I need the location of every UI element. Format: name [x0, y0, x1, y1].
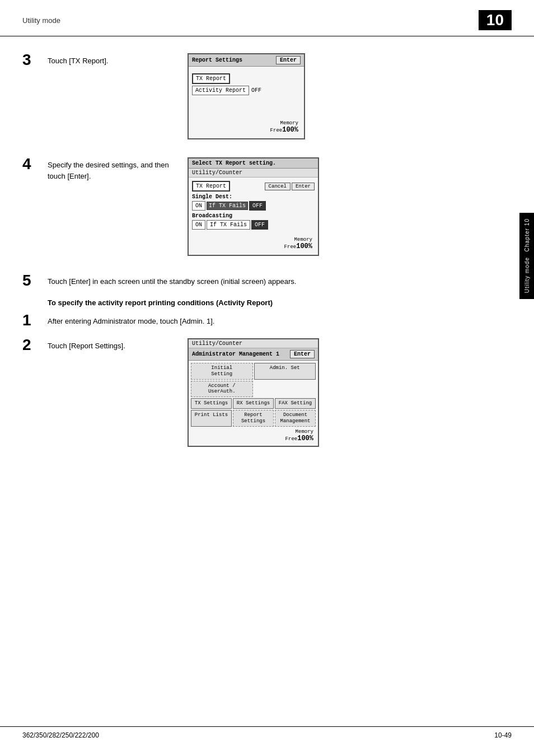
page-footer: 362/350/282/250/222/200 10-49	[0, 726, 534, 739]
right-tab-chapter: Chapter 10	[524, 218, 530, 251]
single-dest-on[interactable]: ON	[192, 201, 205, 211]
utility-mode-label: Utility mode	[22, 16, 60, 25]
activity-report-item[interactable]: Activity Report	[192, 86, 249, 95]
step4-main-title: Select TX Report setting.	[189, 158, 318, 169]
activity-step-1-section: 1 After entering Administrator mode, tou…	[22, 314, 512, 329]
step3-memory: MemoryFree100%	[192, 119, 301, 135]
fax-setting-btn[interactable]: FAX Setting	[275, 398, 316, 409]
admin-set-btn[interactable]: Admin. Set	[254, 363, 316, 380]
step-4-screen: Select TX Report setting. Utility/Counte…	[188, 157, 319, 256]
step3-tx-report-row: TX Report	[192, 73, 301, 84]
main-content: 3 Touch [TX Report]. Report Settings Ent…	[0, 48, 534, 487]
tx-report-item[interactable]: TX Report	[192, 73, 230, 84]
activity-report-value: OFF	[251, 87, 261, 94]
admin-row3: TX Settings RX Settings FAX Setting	[191, 398, 316, 409]
step4-tx-report-row: TX Report Cancel Enter	[192, 181, 315, 192]
step3-activity-row: Activity Report OFF	[192, 86, 301, 95]
single-dest-label: Single Dest:	[192, 194, 315, 200]
footer-model: 362/350/282/250/222/200	[22, 731, 99, 739]
activity-step-1-number: 1	[22, 311, 48, 329]
step-4-section: 4 Specify the desired settings, and then…	[22, 157, 512, 256]
broadcasting-iftxfails[interactable]: If TX Fails	[207, 220, 250, 230]
admin-title-text: Administrator Management 1	[192, 351, 279, 357]
step-5-section: 5 Touch [Enter] in each screen until the…	[22, 274, 512, 290]
broadcasting-row: ON If TX Fails OFF	[192, 220, 315, 230]
empty-cell	[254, 381, 316, 398]
right-sidebar-tab: Chapter 10 Utility mode	[519, 213, 534, 299]
admin-enter-btn[interactable]: Enter	[290, 350, 315, 358]
step4-enter-btn[interactable]: Enter	[292, 183, 315, 190]
document-management-btn[interactable]: DocumentManagement	[275, 410, 316, 427]
admin-body: InitialSetting Admin. Set Account /UserA…	[189, 361, 318, 446]
tx-settings-btn[interactable]: TX Settings	[191, 398, 232, 409]
admin-title-bar: Administrator Management 1 Enter	[189, 348, 318, 361]
step-3-section: 3 Touch [TX Report]. Report Settings Ent…	[22, 53, 512, 139]
step-3-number: 3	[22, 51, 48, 69]
step3-enter-btn[interactable]: Enter	[276, 56, 301, 64]
step-5-text: Touch [Enter] in each screen until the s…	[48, 274, 512, 287]
activity-step-2-text: Touch [Report Settings].	[48, 338, 176, 352]
footer-page: 10-49	[494, 731, 512, 739]
broadcasting-off[interactable]: OFF	[251, 220, 268, 230]
initial-setting-btn[interactable]: InitialSetting	[191, 363, 253, 380]
step-4-number: 4	[22, 155, 48, 173]
step3-screen-title: Report Settings	[192, 57, 242, 63]
step4-subtitle: Utility/Counter	[189, 169, 318, 178]
activity-report-heading: To specify the activity report printing …	[48, 298, 512, 307]
admin-row1: InitialSetting Admin. Set	[191, 363, 316, 380]
rx-settings-btn[interactable]: RX Settings	[233, 398, 274, 409]
admin-row4: Print Lists ReportSettings DocumentManag…	[191, 410, 316, 427]
step4-buttons: Cancel Enter	[265, 183, 315, 190]
broadcasting-label: Broadcasting	[192, 213, 315, 219]
step-3-image: Report Settings Enter TX Report Activity…	[188, 53, 305, 139]
print-lists-btn[interactable]: Print Lists	[191, 410, 232, 427]
step3-screen-body: TX Report Activity Report OFF MemoryFree…	[189, 67, 304, 138]
step-5-number: 5	[22, 272, 48, 290]
page-header: Utility mode 10	[0, 0, 534, 36]
single-dest-off[interactable]: OFF	[249, 201, 266, 211]
step4-memory: MemoryFree100%	[192, 236, 315, 251]
step-4-text: Specify the desired settings, and then t…	[48, 157, 176, 181]
step4-cancel-btn[interactable]: Cancel	[265, 183, 291, 190]
page-container: Utility mode 10 Chapter 10 Utility mode …	[0, 0, 534, 756]
right-tab-utility: Utility mode	[524, 257, 530, 293]
admin-row2: Account /UserAuth.	[191, 381, 316, 398]
step-4-image: Select TX Report setting. Utility/Counte…	[188, 157, 319, 256]
activity-step-2-section: 2 Touch [Report Settings]. Utility/Count…	[22, 338, 512, 447]
step3-title-bar: Report Settings Enter	[189, 54, 304, 67]
admin-subtitle: Utility/Counter	[189, 339, 318, 348]
single-dest-row: ON If TX Fails OFF	[192, 201, 315, 211]
activity-step-2-number: 2	[22, 336, 48, 354]
step-3-screen: Report Settings Enter TX Report Activity…	[188, 53, 305, 139]
account-userauth-btn[interactable]: Account /UserAuth.	[191, 381, 253, 398]
single-dest-iftxfails[interactable]: If TX Fails	[207, 202, 248, 210]
activity-step-1-text: After entering Administrator mode, touch…	[48, 314, 512, 327]
chapter-number-badge: 10	[479, 10, 512, 30]
step4-body: TX Report Cancel Enter Single Dest: ON I…	[189, 178, 318, 255]
step4-tx-report-box[interactable]: TX Report	[192, 181, 230, 192]
activity-step-2-image: Utility/Counter Administrator Management…	[188, 338, 319, 447]
admin-memory: MemoryFree100%	[191, 428, 316, 444]
step-3-text: Touch [TX Report].	[48, 53, 176, 67]
broadcasting-on[interactable]: ON	[192, 220, 205, 230]
report-settings-btn[interactable]: ReportSettings	[233, 410, 274, 427]
admin-screen: Utility/Counter Administrator Management…	[188, 338, 319, 447]
